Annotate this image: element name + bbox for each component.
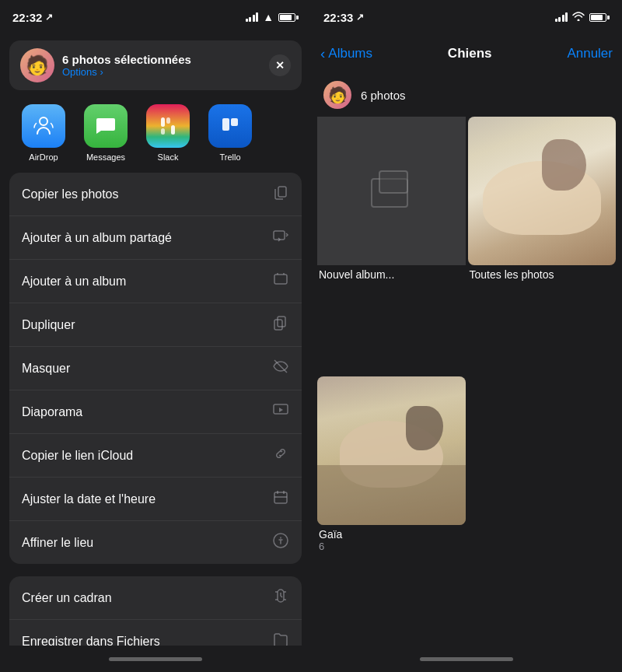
- airdrop-label: AirDrop: [29, 152, 58, 162]
- all-photos-item[interactable]: Toutes les photos: [468, 117, 617, 374]
- svg-point-0: [40, 117, 47, 125]
- airdrop-icon: [22, 104, 65, 148]
- options-chevron: ›: [100, 66, 103, 78]
- status-bar-right: 22:33 ↗: [311, 0, 622, 34]
- svg-rect-6: [231, 118, 238, 126]
- action-save-files[interactable]: Enregistrer dans Fichiers: [9, 620, 302, 646]
- action-section-1: Copier les photos Ajouter à un album par…: [9, 173, 302, 564]
- right-battery-icon: [589, 13, 610, 22]
- icloud-link-label: Copier le lien iCloud: [22, 449, 133, 463]
- share-header-text: 6 photos sélectionnées Options ›: [62, 53, 191, 78]
- gaia-label: Gaïa: [319, 528, 466, 541]
- svg-rect-2: [161, 128, 165, 135]
- chevron-left-icon: ‹: [320, 45, 325, 62]
- left-time: 22:32 ↗: [12, 11, 53, 24]
- app-item-trello[interactable]: Trello: [199, 104, 261, 162]
- back-button[interactable]: ‹ Albums: [320, 45, 372, 62]
- status-bar-left: 22:32 ↗ ▲: [0, 0, 311, 34]
- avatar: 🧑: [20, 48, 54, 82]
- action-slideshow[interactable]: Diaporama: [9, 390, 302, 434]
- slack-icon: [146, 104, 190, 148]
- back-label: Albums: [328, 46, 372, 61]
- duplicate-icon: [272, 314, 289, 335]
- action-adjust-date[interactable]: Ajuster la date et l'heure: [9, 478, 302, 521]
- share-options-link[interactable]: Options ›: [62, 66, 191, 78]
- options-label: Options: [62, 66, 97, 78]
- action-duplicate[interactable]: Dupliquer: [9, 303, 302, 347]
- gaia-label-block: Gaïa 6: [317, 525, 466, 558]
- action-hide[interactable]: Masquer: [9, 347, 302, 390]
- new-album-item[interactable]: Nouvel album...: [317, 117, 466, 374]
- cancel-button[interactable]: Annuler: [567, 46, 613, 61]
- left-time-text: 22:32: [12, 11, 42, 24]
- trello-icon: [208, 104, 252, 148]
- save-files-label: Enregistrer dans Fichiers: [22, 635, 160, 646]
- selected-bar: 🧑 6 photos: [311, 73, 622, 117]
- selected-avatar: 🧑: [323, 81, 351, 109]
- hide-icon: [272, 358, 289, 379]
- all-photos-label: Toutes les photos: [470, 268, 617, 281]
- left-location-icon: ↗: [45, 12, 53, 23]
- app-item-airdrop[interactable]: AirDrop: [12, 104, 75, 162]
- right-status-icons: [555, 12, 610, 23]
- add-album-icon: [272, 271, 289, 292]
- right-time-text: 22:33: [323, 11, 353, 24]
- left-panel: 22:32 ↗ ▲ 🧑 6 photos sélectionnées: [0, 0, 311, 672]
- selected-count: 6 photos: [361, 89, 406, 102]
- svg-rect-1: [161, 117, 165, 127]
- svg-rect-3: [171, 125, 175, 135]
- action-create-watch-face[interactable]: Créer un cadran: [9, 576, 302, 620]
- action-icloud-link[interactable]: Copier le lien iCloud: [9, 434, 302, 478]
- new-album-label: Nouvel album...: [319, 268, 466, 281]
- nav-bar: ‹ Albums Chiens Annuler: [311, 34, 622, 73]
- right-panel: 22:33 ↗: [311, 0, 622, 672]
- action-add-album[interactable]: Ajouter à un album: [9, 260, 302, 303]
- slideshow-icon: [272, 401, 289, 422]
- refine-location-icon: [272, 532, 289, 553]
- action-scroll: Copier les photos Ajouter à un album par…: [0, 170, 311, 646]
- new-album-placeholder: [317, 117, 466, 265]
- page-title: Chiens: [448, 46, 492, 61]
- copy-photos-icon: [272, 184, 289, 205]
- right-location-icon: ↗: [356, 12, 364, 23]
- refine-location-label: Affiner le lieu: [22, 536, 93, 550]
- svg-rect-11: [274, 320, 282, 330]
- share-header: 🧑 6 photos sélectionnées Options › ✕: [9, 40, 302, 90]
- add-shared-album-icon: [272, 227, 289, 248]
- slack-label: Slack: [158, 152, 179, 162]
- gaia-count: 6: [319, 541, 466, 552]
- action-refine-location[interactable]: Affiner le lieu: [9, 521, 302, 564]
- action-section-2: Créer un cadran Enregistrer dans Fichier…: [9, 576, 302, 646]
- close-button[interactable]: ✕: [269, 54, 291, 76]
- right-time: 22:33 ↗: [323, 11, 364, 24]
- svg-rect-14: [274, 492, 287, 503]
- right-bottom-bar: [311, 646, 622, 672]
- svg-rect-7: [278, 187, 286, 197]
- adjust-date-label: Ajuster la date et l'heure: [22, 492, 156, 506]
- svg-rect-5: [222, 118, 229, 131]
- app-item-messages[interactable]: Messages: [75, 104, 137, 162]
- gaia-album-item[interactable]: Gaïa 6: [317, 376, 466, 646]
- adjust-date-icon: [272, 488, 289, 509]
- messages-label: Messages: [86, 152, 125, 162]
- add-album-label: Ajouter à un album: [22, 275, 126, 289]
- new-album-label-block: Nouvel album...: [317, 265, 466, 287]
- action-copy-photos[interactable]: Copier les photos: [9, 173, 302, 216]
- left-status-icons: ▲: [246, 11, 299, 23]
- wifi-icon: ▲: [263, 11, 274, 23]
- section-gap: [0, 567, 311, 573]
- battery-icon: [278, 13, 299, 22]
- app-item-slack[interactable]: Slack: [137, 104, 199, 162]
- gaia-thumbnail: [317, 376, 466, 525]
- photos-grid: Nouvel album... Toutes les photos: [311, 117, 622, 646]
- left-bottom-bar: [0, 646, 311, 672]
- slideshow-label: Diaporama: [22, 405, 82, 419]
- share-title: 6 photos sélectionnées: [62, 53, 191, 66]
- icloud-link-icon: [272, 445, 289, 466]
- svg-rect-10: [278, 317, 285, 327]
- create-watch-face-label: Créer un cadran: [22, 591, 112, 605]
- action-add-shared-album[interactable]: Ajouter à un album partagé: [9, 216, 302, 260]
- create-watch-face-icon: [272, 587, 289, 608]
- save-files-icon: [272, 631, 289, 646]
- svg-rect-9: [274, 275, 287, 284]
